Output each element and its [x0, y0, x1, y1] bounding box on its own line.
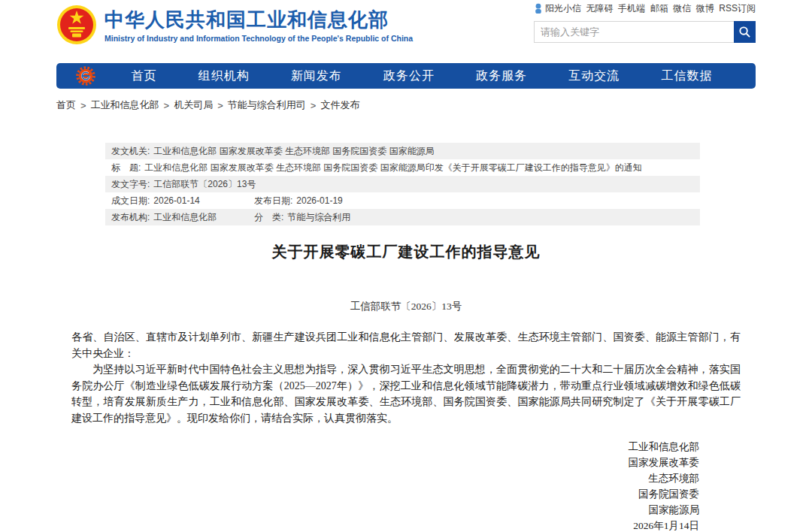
signature-block: 工业和信息化部 国家发展改革委 生态环境部 国务院国资委 国家能源局 2026年… [629, 439, 700, 532]
search-bar [534, 21, 756, 43]
meta-value: 2026-01-14 [153, 195, 199, 206]
meta-value: 工信部联节〔2026〕13号 [153, 178, 256, 191]
meta-row-issuing-authority: 发文机关: 工业和信息化部 国家发展改革委 生态环境部 国务院国资委 国家能源局 [105, 143, 700, 159]
meta-label: 发文字号: [111, 178, 150, 191]
document-title: 关于开展零碳工厂建设工作的指导意见 [56, 242, 756, 262]
breadcrumb-home[interactable]: 首页 [56, 98, 76, 112]
meta-row-dates: 成文日期: 2026-01-14 发布日期: 2026-01-19 [105, 192, 700, 209]
signature-date: 2026年1月14日 [629, 518, 700, 532]
nav-item-organization[interactable]: 组织机构 [198, 68, 250, 84]
meta-row-title: 标 题: 工业和信息化部 国家发展改革委 生态环境部 国务院国资委 国家能源局印… [105, 159, 700, 176]
document-body: 各省、自治区、直辖市及计划单列市、新疆生产建设兵团工业和信息化主管部门、发展改革… [71, 329, 741, 426]
top-link-label: 手机端 [618, 2, 645, 15]
mascot-icon [534, 3, 543, 15]
main-nav: 首页 组织机构 新闻发布 政务公开 政务服务 互动交流 工信数据 [56, 63, 756, 89]
link-rss[interactable]: RSS订阅 [719, 2, 756, 15]
meta-value: 2026-01-19 [296, 195, 342, 206]
link-email[interactable]: 邮箱 [650, 2, 668, 15]
breadcrumb-separator: > [164, 100, 170, 111]
link-accessibility[interactable]: 无障碍 [586, 2, 614, 15]
top-links: 阳光小信 无障碍 手机端 邮箱 微信 微博 RSS订阅 [534, 2, 756, 15]
signature-line: 国家能源局 [629, 502, 700, 518]
breadcrumb-miit[interactable]: 工业和信息化部 [91, 98, 159, 112]
breadcrumb-separator: > [217, 100, 223, 111]
meta-label: 发布机构: [111, 211, 150, 224]
breadcrumb-energy-conservation-dept[interactable]: 节能与综合利用司 [228, 98, 306, 112]
top-link-label: 无障碍 [586, 2, 614, 15]
site-title: 中华人民共和国工业和信息化部 [105, 9, 413, 32]
meta-cell: 标 题: 工业和信息化部 国家发展改革委 生态环境部 国务院国资委 国家能源局印… [111, 162, 642, 174]
link-mobile[interactable]: 手机端 [618, 2, 645, 15]
nav-item-gov-services[interactable]: 政务服务 [476, 68, 527, 84]
document-meta-table: 发文机关: 工业和信息化部 国家发展改革委 生态环境部 国务院国资委 国家能源局… [105, 143, 700, 225]
signature-line: 国务院国资委 [629, 486, 700, 502]
breadcrumb-bureaus[interactable]: 机关司局 [174, 98, 213, 112]
meta-value: 工业和信息化部 国家发展改革委 生态环境部 国务院国资委 国家能源局 [153, 145, 434, 158]
meta-value: 节能与综合利用 [287, 211, 350, 224]
meta-cell-written-date: 成文日期: 2026-01-14 [111, 195, 254, 207]
brand-text: 中华人民共和国工业和信息化部 Ministry of Industry and … [105, 5, 413, 43]
meta-value: 工业和信息化部 国家发展改革委 生态环境部 国务院国资委 国家能源局印发《关于开… [144, 162, 641, 174]
nav-items: 首页 组织机构 新闻发布 政务公开 政务服务 互动交流 工信数据 [95, 68, 756, 84]
top-link-label: 阳光小信 [545, 2, 581, 15]
top-link-label: RSS订阅 [719, 2, 756, 15]
link-weibo[interactable]: 微博 [696, 2, 714, 15]
miit-webpage: 中华人民共和国工业和信息化部 Ministry of Industry and … [0, 0, 812, 532]
breadcrumb-document-release[interactable]: 文件发布 [320, 98, 359, 112]
signature-line: 国家发展改革委 [629, 455, 700, 470]
paragraph-main: 为坚持以习近平新时代中国特色社会主义思想为指导，深入贯彻习近平生态文明思想，全面… [71, 361, 741, 426]
link-sunshine-xiaoxin[interactable]: 阳光小信 [534, 2, 581, 15]
meta-label: 分 类: [254, 211, 283, 224]
site-header: 中华人民共和国工业和信息化部 Ministry of Industry and … [56, 0, 756, 60]
top-link-label: 微信 [673, 2, 691, 15]
nav-item-gov-disclosure[interactable]: 政务公开 [383, 68, 435, 84]
nav-item-news[interactable]: 新闻发布 [291, 68, 342, 84]
meta-label: 发布日期: [254, 195, 292, 207]
site-subtitle: Ministry of Industry and Information Tec… [105, 34, 413, 43]
meta-cell-category: 分 类: 节能与综合利用 [254, 211, 350, 224]
meta-cell-publisher: 发布机构: 工业和信息化部 [111, 211, 254, 224]
top-link-label: 微博 [696, 2, 714, 15]
link-wechat[interactable]: 微信 [673, 2, 691, 15]
meta-row-doc-number: 发文字号: 工信部联节〔2026〕13号 [105, 176, 700, 192]
meta-cell: 发文字号: 工信部联节〔2026〕13号 [111, 178, 256, 191]
signature-line: 工业和信息化部 [629, 439, 700, 455]
national-emblem-icon [56, 5, 97, 45]
meta-cell: 发文机关: 工业和信息化部 国家发展改革委 生态环境部 国务院国资委 国家能源局 [111, 145, 435, 158]
nav-item-home[interactable]: 首页 [132, 68, 157, 84]
site-logo-link[interactable]: 中华人民共和国工业和信息化部 Ministry of Industry and … [56, 5, 413, 45]
meta-cell-publish-date: 发布日期: 2026-01-19 [254, 195, 343, 207]
breadcrumb: 首页 > 工业和信息化部 > 机关司局 > 节能与综合利用司 > 文件发布 [56, 98, 359, 112]
breadcrumb-separator: > [80, 100, 86, 111]
meta-label: 发文机关: [111, 145, 150, 158]
signature-line: 生态环境部 [629, 470, 700, 486]
nav-item-miit-data[interactable]: 工信数据 [661, 68, 712, 84]
breadcrumb-separator: > [311, 100, 317, 111]
top-link-label: 邮箱 [650, 2, 668, 15]
meta-row-publisher-category: 发布机构: 工业和信息化部 分 类: 节能与综合利用 [105, 209, 700, 225]
meta-value: 工业和信息化部 [153, 211, 217, 224]
document-number: 工信部联节〔2026〕13号 [56, 300, 756, 313]
meta-label: 成文日期: [111, 195, 150, 207]
paragraph-addressees: 各省、自治区、直辖市及计划单列市、新疆生产建设兵团工业和信息化主管部门、发展改革… [71, 329, 741, 361]
search-input[interactable] [534, 21, 734, 43]
search-button[interactable] [734, 21, 756, 43]
meta-label: 标 题: [111, 162, 141, 174]
miit-gear-icon[interactable] [76, 66, 95, 86]
header-right: 阳光小信 无障碍 手机端 邮箱 微信 微博 RSS订阅 [534, 2, 756, 43]
search-icon [738, 26, 751, 38]
nav-item-interaction[interactable]: 互动交流 [568, 68, 620, 84]
